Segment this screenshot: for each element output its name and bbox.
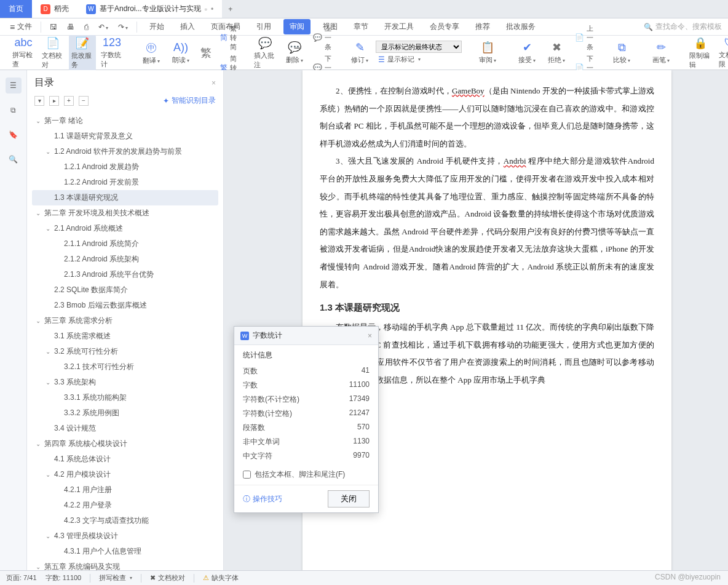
menu-tab-reference[interactable]: 引用 [253, 19, 275, 34]
menu-tab-chapter[interactable]: 章节 [350, 19, 372, 34]
toc-item[interactable]: 4.3.1 用户个人信息管理 [32, 544, 218, 559]
tab-daoke[interactable]: D 稻壳 [32, 0, 77, 18]
menu-tab-insert[interactable]: 插入 [176, 19, 199, 34]
checkbox-input[interactable] [243, 471, 251, 479]
status-docproof[interactable]: ✖文档校对 [150, 573, 185, 583]
insert-comment-button[interactable]: 💬插入批注 [251, 35, 279, 71]
menu-tab-vip[interactable]: 会员专享 [426, 19, 463, 34]
save-icon: 🖫 [50, 23, 57, 31]
menu-tab-devtools[interactable]: 开发工具 [381, 19, 417, 34]
toc-collapse-button[interactable]: ▾ [34, 96, 44, 106]
rail-search-button[interactable]: 🔍 [6, 151, 22, 167]
doc-permission-button[interactable]: 🛡文档权限 [716, 35, 728, 70]
toc-item[interactable]: 2.3 Bmob 后端云数据库概述 [32, 298, 218, 313]
tab-document[interactable]: W 基于Androi...专业版设计与实现 ▫ • [77, 0, 222, 18]
rail-copy-button[interactable]: ⧉ [6, 102, 22, 118]
menu-tab-review[interactable]: 审阅 [283, 19, 311, 34]
delete-comment-button[interactable]: 💬̶删除▾ [281, 39, 308, 66]
status-page[interactable]: 页面: 7/41 [6, 573, 37, 583]
toc-item[interactable]: 4.2.1 用户注册 [32, 482, 218, 498]
toc-item[interactable]: 3.3.2 系统用例图 [32, 405, 218, 421]
fanjian-button[interactable]: 简繁转简 [218, 23, 239, 52]
wordcount-button[interactable]: 123字数统计 [98, 35, 125, 70]
menu-tab-start[interactable]: 开始 [146, 19, 168, 34]
search-icon: 🔍 [9, 155, 18, 164]
dialog-close-x[interactable]: × [368, 332, 372, 340]
toc-item[interactable]: 4.1 系统总体设计 [32, 452, 218, 467]
fan-button[interactable]: 繁 [197, 44, 215, 62]
file-menu-button[interactable]: ≡ 文件 [6, 19, 36, 34]
menu-tab-pigai[interactable]: 批改服务 [502, 19, 539, 34]
status-spellcheck[interactable]: 拼写检查▾ [99, 573, 132, 583]
toc-item[interactable]: 2.2 SQLite 数据库简介 [32, 282, 218, 298]
prev-comment-button[interactable]: 💬上一条 [311, 23, 334, 52]
rail-bookmark-button[interactable]: 🔖 [6, 127, 22, 143]
toc-add-button[interactable]: + [64, 96, 74, 106]
compare-button[interactable]: ⧉比较▾ [608, 40, 635, 66]
toc-list[interactable]: ⌄第一章 绪论1.1 课题研究背景及意义⌄1.2 Android 软件开发的发展… [27, 111, 223, 570]
toc-remove-button[interactable]: − [79, 96, 89, 106]
toc-item[interactable]: ⌄3.3 系统架构 [32, 375, 218, 390]
brush-button[interactable]: ✏画笔▾ [647, 39, 675, 66]
toc-item[interactable]: 3.2.1 技术可行性分析 [32, 359, 218, 375]
reject-button[interactable]: ✖拒绝▾ [543, 39, 570, 66]
print-button[interactable]: 🖶 [63, 20, 78, 34]
restrict-edit-button[interactable]: 🔒限制编辑 [687, 35, 714, 71]
accept-button[interactable]: ✔接受▾ [513, 39, 540, 66]
pigai-button[interactable]: 📝批改服务 [69, 35, 96, 71]
toc-item[interactable]: 1.3 本课题研究现况 [32, 190, 218, 205]
rail-outline-button[interactable]: ☰ [6, 78, 22, 94]
sparkle-icon: ✦ [163, 97, 169, 105]
toc-item[interactable]: 4.2.2 用户登录 [32, 498, 218, 513]
translate-button[interactable]: ㊥翻译▾ [138, 39, 165, 66]
status-wordcount[interactable]: 字数: 11100 [46, 573, 82, 583]
toc-item[interactable]: 3.4 设计规范 [32, 421, 218, 436]
toc-item[interactable]: 1.1 课题研究背景及意义 [32, 129, 218, 144]
toc-item[interactable]: ⌄第一章 绪论 [32, 113, 218, 129]
toc-item[interactable]: ⌄2.1 Android 系统概述 [32, 221, 218, 236]
toc-item[interactable]: ⌄4.3 管理员模块设计 [32, 528, 218, 544]
toc-close-button[interactable]: × [212, 79, 216, 87]
show-markup-select[interactable]: 显示标记的最终状态 [376, 41, 462, 53]
track-changes-button[interactable]: ✎修订▾ [346, 39, 373, 66]
toc-item[interactable]: 2.1.2 Android 系统架构 [32, 252, 218, 267]
toc-expand-button[interactable]: ▸ [49, 96, 59, 106]
command-search[interactable]: 🔍 查找命令、搜索模板 [644, 22, 722, 32]
docproof-button[interactable]: 📄文档校对 [39, 35, 66, 71]
toc-item[interactable]: ⌄3.2 系统可行性分析 [32, 344, 218, 359]
toc-panel: 目录 × ▾ ▸ + − ✦智能识别目录 ⌄第一章 绪论1.1 课题研究背景及意… [27, 70, 224, 570]
toc-item[interactable]: ⌄第五章 系统编码及实现 [32, 559, 218, 570]
tips-link[interactable]: ⓘ操作技巧 [243, 494, 282, 504]
toc-item[interactable]: 3.1 系统需求概述 [32, 328, 218, 344]
show-marks-button[interactable]: ☰显示标记▾ [376, 54, 462, 65]
review-pane-button[interactable]: 📋审阅▾ [474, 39, 501, 66]
dialog-close-button[interactable]: 关闭 [328, 490, 370, 507]
readaloud-button[interactable]: A))朗读▾ [167, 40, 194, 66]
toc-item[interactable]: 2.1.3 Android 系统平台优势 [32, 267, 218, 282]
menu-tab-recommend[interactable]: 推荐 [472, 19, 494, 34]
toc-item[interactable]: ⌄第二章 开发环境及相关技术概述 [32, 205, 218, 221]
undo-button[interactable]: ↶▾ [95, 20, 112, 34]
toc-item[interactable]: 1.2.2 Android 开发前景 [32, 175, 218, 190]
toc-item-label: 3.4 设计规范 [54, 423, 96, 434]
toc-item[interactable]: ⌄4.2 用户模块设计 [32, 467, 218, 482]
spellcheck-button[interactable]: abc拼写检查 [10, 35, 37, 70]
redo-button[interactable]: ↷▾ [114, 20, 132, 34]
toc-smart-recognize-button[interactable]: ✦智能识别目录 [163, 95, 216, 106]
status-missing-font[interactable]: ⚠缺失字体 [203, 573, 239, 583]
toc-item[interactable]: 4.2.3 文字与成语查找功能 [32, 513, 218, 528]
prev-change-button[interactable]: 📄上一条 [572, 23, 596, 52]
include-footnotes-checkbox[interactable]: 包括文本框、脚注和尾注(F) [243, 469, 370, 480]
review-ribbon: abc拼写检查 📄文档校对 📝批改服务 123字数统计 ㊥翻译▾ A))朗读▾ … [0, 36, 728, 70]
toc-item[interactable]: ⌄1.2 Android 软件开发的发展趋势与前景 [32, 144, 218, 159]
toc-item[interactable]: ⌄第三章 系统需求分析 [32, 313, 218, 328]
tab-home[interactable]: 首页 [0, 0, 32, 18]
save-button[interactable]: 🖫 [46, 20, 61, 34]
dialog-titlebar[interactable]: W 字数统计 × [234, 327, 378, 345]
toc-item[interactable]: 1.2.1 Android 发展趋势 [32, 159, 218, 175]
toc-item[interactable]: ⌄第四章 系统核心模块设计 [32, 436, 218, 452]
print-preview-button[interactable]: ⎙ [81, 20, 92, 34]
toc-item[interactable]: 3.3.1 系统功能构架 [32, 390, 218, 405]
toc-item[interactable]: 2.1.1 Android 系统简介 [32, 236, 218, 252]
tab-add-button[interactable]: + [222, 0, 239, 18]
